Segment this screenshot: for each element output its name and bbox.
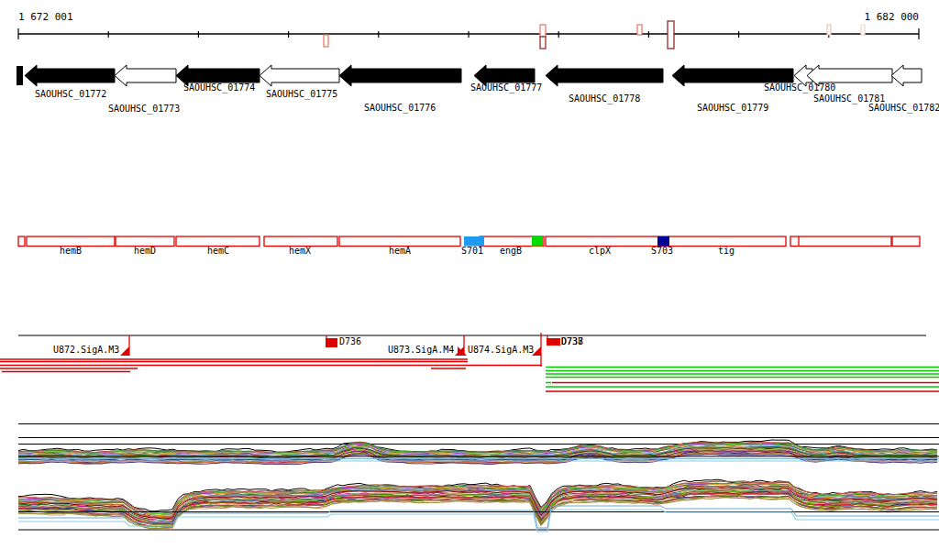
site-flag-label: U872.SigA.M3 — [53, 346, 119, 355]
feature-box-hemD[interactable] — [116, 236, 174, 247]
feature-box[interactable] — [892, 236, 920, 247]
site-flag-triangle[interactable] — [120, 346, 129, 356]
gene-arrow-SAOUHSC_01773[interactable] — [115, 65, 176, 86]
gene-arrow-SAOUHSC_01776[interactable] — [339, 65, 461, 86]
feature-label: hemC — [207, 247, 229, 256]
feature-label: hemB — [60, 247, 82, 256]
gene-label: SAOUHSC_01772 — [35, 90, 106, 99]
ruler-mark[interactable] — [827, 25, 831, 35]
ruler-end-label: 1 682 000 — [809, 12, 919, 22]
feature-label: hemX — [289, 247, 311, 256]
gene-label: SAOUHSC_01780 — [764, 83, 835, 93]
feature-label: tig — [718, 247, 735, 256]
feature-box-hemC[interactable] — [176, 236, 260, 247]
ruler-start-label: 1 672 001 — [18, 12, 73, 22]
site-flag-triangle[interactable] — [458, 346, 467, 356]
ruler-mark[interactable] — [637, 25, 642, 35]
gene-label: SAOUHSC_01777 — [470, 83, 542, 93]
feature-label: S701 — [461, 247, 483, 256]
feature-box-S703[interactable] — [657, 236, 669, 247]
genome-browser: 1 672 0011 682 000SAOUHSC_01772SAOUHSC_0… — [0, 0, 939, 560]
gene-label: SAOUHSC_01774 — [183, 83, 255, 93]
gene-label: SAOUHSC_01778 — [569, 94, 640, 104]
ruler-mark[interactable] — [668, 21, 674, 49]
feature-label: clpX — [589, 247, 611, 256]
feature-box-hemB[interactable] — [27, 236, 115, 247]
gene-label: SAOUHSC_01782 — [868, 104, 939, 113]
gene-label: SAOUHSC_01779 — [697, 104, 768, 113]
feature-box-hemA[interactable] — [339, 236, 460, 247]
site-flag-label: U874.SigA.M3 — [468, 346, 534, 355]
gene-label: SAOUHSC_01773 — [108, 104, 180, 114]
feature-label: hemD — [134, 247, 156, 256]
ruler-mark[interactable] — [540, 25, 546, 37]
site-flag-label: U873.SigA.M4 — [388, 346, 454, 355]
gene-arrow-SAOUHSC_01782[interactable] — [891, 65, 922, 86]
feature-box[interactable] — [18, 236, 25, 247]
feature-box-S701[interactable] — [464, 236, 484, 247]
site-label: D738 — [561, 337, 583, 346]
gene-arrow-SAOUHSC_01778[interactable] — [546, 65, 663, 86]
gene-arrow-SAOUHSC_01772[interactable] — [25, 65, 115, 86]
feature-box-hemX[interactable] — [264, 236, 337, 247]
gene-label: SAOUHSC_01775 — [266, 90, 337, 99]
ruler-mark[interactable] — [861, 25, 865, 35]
feature-box[interactable] — [790, 236, 891, 247]
feature-label: S703 — [651, 247, 673, 256]
gene-stub[interactable] — [17, 66, 23, 85]
gene-arrow-SAOUHSC_01775[interactable] — [260, 65, 339, 86]
feature-label: hemA — [389, 247, 411, 256]
ruler-mark[interactable] — [540, 37, 546, 49]
gene-label: SAOUHSC_01776 — [364, 104, 436, 113]
site-box[interactable] — [547, 338, 560, 346]
site-label: D736 — [339, 337, 361, 346]
ruler-mark[interactable] — [324, 35, 328, 47]
feature-box[interactable] — [532, 236, 543, 247]
feature-label: engB — [500, 247, 522, 256]
site-box[interactable] — [326, 338, 337, 347]
